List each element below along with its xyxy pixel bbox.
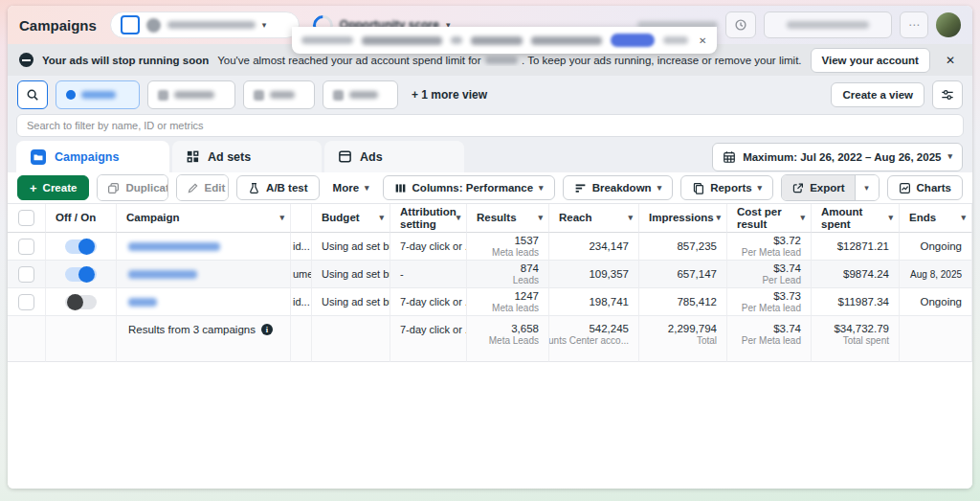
impressions-cell: 857,235 <box>639 233 727 261</box>
blurred-popup-text <box>663 36 688 44</box>
results-value: 874 <box>521 262 539 274</box>
row-checkbox[interactable] <box>18 266 34 283</box>
chevron-down-icon: ▾ <box>262 21 267 30</box>
sort-caret-icon: ▾ <box>457 214 461 222</box>
col-results[interactable]: Results▾ <box>467 204 549 233</box>
col-label: Reach <box>559 212 592 224</box>
totals-spent-cell: $34,732.79Total spent <box>812 316 900 362</box>
pencil-icon <box>187 182 199 194</box>
campaign-toggle-on[interactable] <box>65 267 97 282</box>
totals-row: Results from 3 campaignsi 7-day click or… <box>8 316 972 362</box>
view-settings-button[interactable] <box>932 80 963 109</box>
budget-text: Using ad set bu... <box>322 240 390 252</box>
partial-text: ume <box>293 268 312 280</box>
col-budget[interactable]: Budget▾ <box>312 204 390 233</box>
partial-cell: id... <box>291 233 312 261</box>
blurred-view-icon <box>158 90 168 101</box>
date-range-selector[interactable]: Maximum: Jul 26, 2022 – Aug 26, 2025 ▾ <box>712 143 963 171</box>
select-all-checkbox[interactable] <box>18 210 34 226</box>
toggle-knob <box>78 239 95 255</box>
more-view-link[interactable]: + 1 more view <box>412 88 487 102</box>
account-avatar <box>146 18 161 33</box>
profile-avatar[interactable] <box>936 12 961 37</box>
close-icon[interactable]: ✕ <box>699 35 706 46</box>
budget-cell: Using ad set bu... <box>312 288 390 316</box>
chevron-down-icon: ▾ <box>365 184 369 193</box>
duplicate-button[interactable]: Duplicate <box>98 175 167 200</box>
chevron-down-icon: ▾ <box>758 184 763 193</box>
campaign-name-cell <box>117 233 291 261</box>
blurred-campaign-name-link[interactable] <box>128 270 197 279</box>
charts-button[interactable]: Charts <box>887 175 963 200</box>
tab-ad-sets[interactable]: Ad sets <box>172 141 322 172</box>
filter-row <box>8 114 972 138</box>
reach-value: 234,147 <box>589 240 629 252</box>
view-pill-2[interactable] <box>147 80 235 109</box>
close-icon[interactable]: ✕ <box>940 52 961 69</box>
blurred-popup-text <box>471 36 523 45</box>
campaign-toggle-on[interactable] <box>65 239 97 254</box>
campaign-toggle-off[interactable] <box>65 295 97 309</box>
view-pill-selected[interactable] <box>56 80 140 109</box>
export-dropdown[interactable]: ▾ <box>856 175 879 200</box>
col-attribution[interactable]: Attribution setting▾ <box>390 204 467 233</box>
edit-button[interactable]: Edit <box>177 175 229 200</box>
view-pill-4[interactable] <box>323 80 398 109</box>
col-cost-per-result[interactable]: Cost per result▾ <box>727 204 812 233</box>
col-impressions[interactable]: Impressions▾ <box>639 204 727 233</box>
campaign-name-cell <box>117 288 291 316</box>
more-options-button[interactable]: ⋯ <box>900 11 928 38</box>
history-button[interactable] <box>725 11 756 38</box>
col-reach[interactable]: Reach▾ <box>549 204 639 233</box>
minus-circle-icon <box>19 53 33 67</box>
ad-account-selector[interactable]: ▾ <box>110 11 300 38</box>
more-button[interactable]: More ▾ <box>327 182 375 194</box>
create-a-view-button[interactable]: Create a view <box>831 82 924 107</box>
info-icon[interactable]: i <box>261 324 273 335</box>
budget-cell: Using ad set bu... <box>312 261 390 288</box>
ends-cell: Ongoing <box>900 288 972 316</box>
blurred-campaign-name-link[interactable] <box>128 298 157 307</box>
breakdown-button[interactable]: Breakdown ▾ <box>563 175 674 200</box>
breakdown-icon <box>574 182 587 194</box>
sort-caret-icon: ▾ <box>961 214 966 222</box>
view-pill-3[interactable] <box>243 80 315 109</box>
spent-value: $12871.21 <box>837 240 889 252</box>
tab-campaigns[interactable]: Campaigns <box>16 141 169 172</box>
col-amount-spent[interactable]: Amount spent▾ <box>812 204 900 233</box>
ends-cell: Aug 8, 2025 <box>900 261 972 288</box>
row-checkbox[interactable] <box>18 294 34 310</box>
col-ends[interactable]: Ends▾ <box>900 204 972 233</box>
totals-attribution-cell: 7-day click or ... <box>390 316 467 362</box>
sort-caret-icon: ▾ <box>279 214 284 222</box>
blurred-popup-text <box>451 36 462 44</box>
row-checkbox[interactable] <box>18 239 34 255</box>
toolbar-right: Columns: Performance ▾ Breakdown ▾ Repor… <box>383 174 963 201</box>
ads-manager-window: Campaigns ▾ Opportunity score ▾ <box>8 6 972 489</box>
breakdown-label: Breakdown <box>592 182 652 194</box>
create-button[interactable]: + Create <box>17 175 89 200</box>
reports-button[interactable]: Reports ▾ <box>680 175 773 200</box>
results-cell: 1537Meta leads <box>467 233 549 261</box>
columns-button[interactable]: Columns: Performance ▾ <box>383 175 555 200</box>
blurred-campaign-name-link[interactable] <box>128 242 220 251</box>
floating-notification-popup[interactable]: ✕ <box>292 27 717 54</box>
tab-ads[interactable]: Ads <box>324 141 464 172</box>
blurred-popup-text <box>301 36 353 44</box>
blurred-button-label <box>787 21 869 29</box>
table-header-row: Off / On Campaign▾ Budget▾ Attribution s… <box>8 204 972 233</box>
sort-caret-icon: ▾ <box>379 214 384 222</box>
sort-caret-icon: ▾ <box>716 214 721 222</box>
export-button[interactable]: Export <box>782 175 855 200</box>
blurred-popup-action-button[interactable] <box>611 34 655 47</box>
col-campaign[interactable]: Campaign▾ <box>117 204 291 233</box>
search-views-button[interactable] <box>17 80 48 109</box>
blurred-view-name <box>349 91 378 99</box>
ab-test-button[interactable]: A/B test <box>236 175 319 200</box>
campaigns-table: Off / On Campaign▾ Budget▾ Attribution s… <box>8 204 972 489</box>
search-filter-input[interactable] <box>16 114 964 137</box>
results-value: 3,658 <box>511 323 539 334</box>
view-your-account-button[interactable]: View your account <box>811 48 930 73</box>
results-cell: 874Leads <box>467 261 549 288</box>
review-and-publish-button[interactable] <box>764 11 892 38</box>
